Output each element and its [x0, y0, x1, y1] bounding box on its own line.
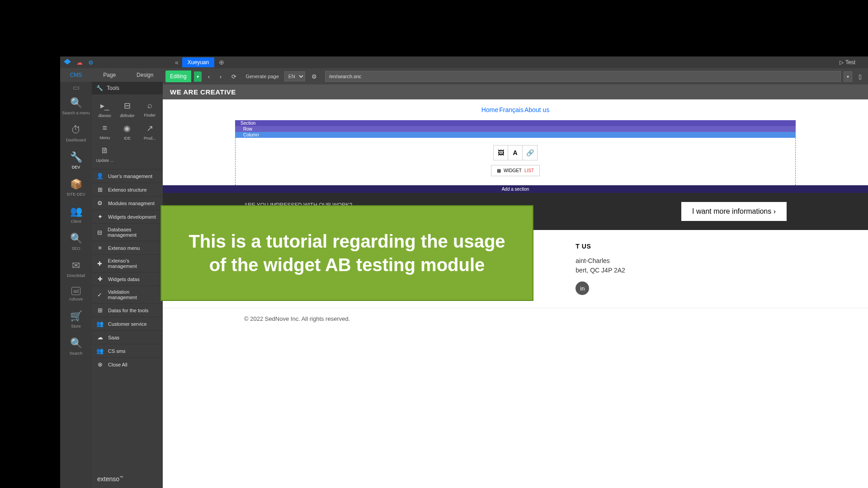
url-dropdown[interactable]: ▾: [844, 71, 852, 82]
rail-client[interactable]: 👥Client: [60, 201, 92, 228]
menu-extenso-management[interactable]: ✚Extenso's management: [92, 254, 163, 272]
file-icon: 🗎: [101, 146, 109, 155]
nav-back-button[interactable]: ‹: [204, 70, 213, 83]
widget-link-icon[interactable]: 🔗: [523, 145, 537, 160]
rail-search-menu[interactable]: 🔍Search a menu: [60, 93, 92, 120]
hero-banner: WE ARE CREATIVE: [163, 84, 868, 99]
test-button[interactable]: ▷ Test: [840, 59, 855, 66]
tools-header: 🔧 Tools: [92, 82, 163, 94]
widget-drop-zone[interactable]: 🖼 A 🔗 ▦ WIDGET LIST: [235, 138, 796, 185]
rail-header-cms[interactable]: CMS: [60, 68, 92, 82]
widget-text-icon[interactable]: A: [508, 145, 523, 160]
menu-extenso-menu[interactable]: ≡Extenso menu: [92, 241, 163, 254]
nav-francais[interactable]: Français: [499, 106, 524, 113]
widget-image-icon[interactable]: 🖼: [494, 145, 508, 160]
menu-widgets-dev[interactable]: ✦Widgets development: [92, 210, 163, 223]
language-select[interactable]: EN: [284, 71, 305, 81]
close-icon: ⊗: [96, 361, 104, 368]
active-project-tab[interactable]: Xueyuan: [182, 57, 214, 67]
add-tab-icon[interactable]: ⊕: [219, 59, 224, 66]
rail-seo[interactable]: 🔍SEO: [60, 228, 92, 255]
menu-close-all[interactable]: ⊗Close All: [92, 357, 163, 371]
menu-widgets-datas[interactable]: ✚Widgets datas: [92, 272, 163, 286]
plus-icon: ✚: [96, 260, 104, 267]
generate-page-button[interactable]: Generate page: [243, 74, 281, 79]
ad-icon: ad: [71, 287, 80, 295]
brand-footer: extenso™: [92, 470, 163, 488]
menu-extenso-structure[interactable]: ⊞Extenso structure: [92, 183, 163, 196]
app-logo-icon[interactable]: [64, 59, 71, 66]
rail-directmail[interactable]: ✉DirectMail: [60, 255, 92, 282]
cloud-sync-icon[interactable]: ☁: [76, 59, 83, 66]
menu-saas[interactable]: ☁Saas: [92, 330, 163, 344]
menu-customer-service[interactable]: 👥Customer service: [92, 317, 163, 330]
rail-dashboard[interactable]: ⏱Dashboard: [60, 120, 92, 147]
add-section-button[interactable]: Add a section: [163, 185, 868, 193]
menu-users-management[interactable]: 👤User's management: [92, 169, 163, 183]
tool-ide[interactable]: ◉IDE: [116, 121, 139, 143]
rail-search[interactable]: 🔍Search: [60, 333, 92, 360]
linkedin-icon[interactable]: in: [576, 282, 589, 295]
nav-forward-button[interactable]: ›: [216, 70, 225, 83]
menu-icon: ≡: [103, 123, 108, 133]
device-preview-icon[interactable]: ▯: [855, 70, 865, 83]
widget-type-icons: 🖼 A 🔗: [493, 145, 538, 160]
menu-modules-management[interactable]: ⚙Modules managment: [92, 196, 163, 210]
toolbar-gear-icon[interactable]: ⚙: [308, 70, 321, 83]
copyright: © 2022 SedNove Inc. All rights reserved.: [163, 308, 868, 329]
ide-icon: ◉: [123, 123, 131, 133]
footer-address-line2: bert, QC J4P 2A2: [576, 266, 787, 275]
footer-contact-heading: T US: [576, 243, 787, 250]
label-section[interactable]: Section: [235, 120, 796, 126]
support-icon: 👥: [96, 320, 104, 327]
tab-page[interactable]: Page: [92, 68, 127, 82]
cart-icon: 🛒: [70, 310, 82, 322]
nav-about[interactable]: About us: [524, 106, 549, 113]
editing-mode-button[interactable]: Editing: [165, 70, 191, 82]
tutorial-overlay: This is a tutorial regarding the usage o…: [160, 205, 533, 301]
social-links: in: [576, 282, 787, 295]
rail-sub-icon[interactable]: ▭: [60, 82, 92, 93]
collapse-panel-icon[interactable]: «: [175, 59, 179, 66]
settings-gear-icon[interactable]: ⚙: [88, 59, 94, 66]
tab-design[interactable]: Design: [127, 68, 163, 82]
grid-icon: ⊞: [96, 307, 104, 314]
label-column[interactable]: Column: [235, 132, 796, 138]
tool-update[interactable]: 🗎Update ...: [94, 143, 116, 165]
widget-icon: ✦: [96, 213, 104, 220]
deploy-icon: ↗: [146, 123, 153, 133]
menu-databases-management[interactable]: ⊟Databases management: [92, 223, 163, 241]
titlebar: ☁ ⚙ « Xueyuan ⊕ ▷ Test: [60, 56, 868, 68]
people-icon: 👥: [70, 206, 82, 217]
menu-datas-for-tools[interactable]: ⊞Datas for the tools: [92, 303, 163, 317]
database-icon: ⊟: [96, 229, 103, 236]
tool-finder[interactable]: ⌕Finder: [138, 98, 161, 121]
url-input[interactable]: [325, 71, 841, 82]
panel-tabs: Page Design: [92, 68, 163, 82]
rail-dev[interactable]: 🔧DEV: [60, 147, 92, 174]
tutorial-message: This is a tutorial regarding the usage o…: [184, 230, 510, 277]
menu-cs-sms[interactable]: 👥CS sms: [92, 344, 163, 357]
menu-validation-management[interactable]: ✓Validation management: [92, 286, 163, 303]
list-icon: ≡: [96, 244, 104, 251]
terminal-icon: ▸_: [100, 101, 109, 111]
label-row[interactable]: Row: [235, 126, 796, 132]
rail-site-dev[interactable]: 📦SITE-DEV: [60, 174, 92, 201]
tools-panel: Page Design 🔧 Tools ▸_dbexec ⊟dbfinder ⌕…: [92, 68, 163, 488]
cta-button[interactable]: I want more informations ›: [681, 202, 787, 221]
nav-home[interactable]: Home: [481, 106, 498, 113]
check-icon: ✓: [96, 291, 104, 298]
cloud-icon: ☁: [96, 334, 104, 341]
tool-prod[interactable]: ↗Prod...: [138, 121, 161, 143]
tool-dbfinder[interactable]: ⊟dbfinder: [116, 98, 139, 121]
structure-icon: ⊞: [96, 186, 104, 193]
editing-mode-dropdown[interactable]: ▾: [194, 71, 202, 82]
mail-icon: ✉: [72, 260, 80, 272]
tool-menu[interactable]: ≡Menu: [94, 121, 116, 143]
tool-grid: ▸_dbexec ⊟dbfinder ⌕Finder ≡Menu ◉IDE ↗P…: [92, 94, 163, 169]
rail-store[interactable]: 🛒Store: [60, 306, 92, 333]
refresh-button[interactable]: ⟳: [228, 70, 240, 83]
rail-adnove[interactable]: adAdnove: [60, 282, 92, 306]
tool-dbexec[interactable]: ▸_dbexec: [94, 98, 116, 121]
widget-list-button[interactable]: ▦ WIDGET LIST: [491, 165, 540, 176]
